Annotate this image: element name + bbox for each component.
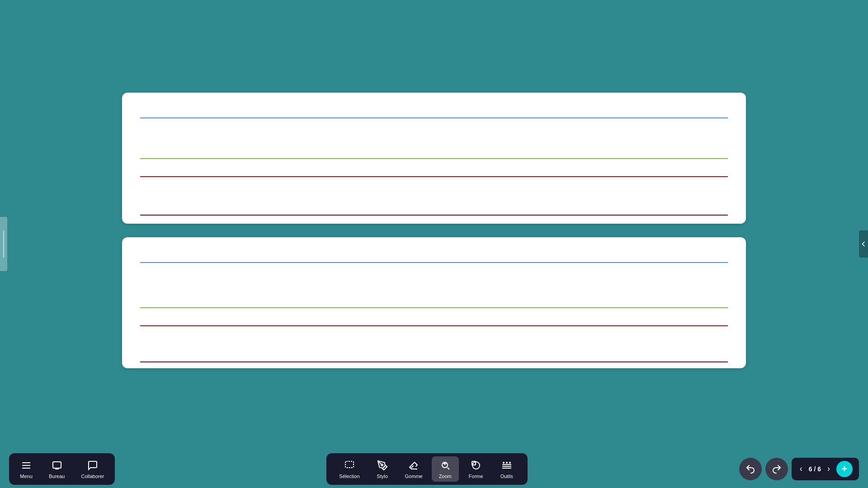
outils-label: Outils <box>500 474 513 479</box>
stylo-tool[interactable]: Stylo <box>369 456 396 482</box>
card1-blue-line <box>140 117 728 118</box>
writing-card-1 <box>122 93 746 224</box>
add-page-button[interactable]: + <box>836 461 853 477</box>
page-navigation: ‹ 6 / 6 › + <box>792 458 859 480</box>
menu-icon <box>20 459 33 472</box>
toolbar-left-group: Menu Bureau Collaborer <box>9 453 115 485</box>
svg-point-10 <box>503 462 504 463</box>
prev-page-button[interactable]: ‹ <box>798 462 804 475</box>
bureau-tool[interactable]: Bureau <box>45 457 68 481</box>
undo-icon <box>745 464 756 474</box>
card2-red1-line <box>140 325 728 326</box>
svg-rect-6 <box>345 461 354 468</box>
redo-button[interactable] <box>765 458 788 480</box>
bureau-label: Bureau <box>49 474 65 479</box>
eraser-icon <box>407 459 420 472</box>
shape-icon <box>470 459 482 472</box>
card1-green-line <box>140 158 728 159</box>
card2-green-line <box>140 307 728 308</box>
tools-icon <box>500 459 513 472</box>
pen-icon <box>376 459 389 472</box>
toolbar-center-group: Sélection Stylo Gomme <box>326 453 527 485</box>
card1-red2-line <box>140 215 728 216</box>
card2-blue-line <box>140 262 728 263</box>
next-page-button[interactable]: › <box>826 462 832 475</box>
writing-card-2 <box>122 237 746 368</box>
gomme-label: Gomme <box>405 474 423 479</box>
svg-point-12 <box>509 462 510 463</box>
svg-point-7 <box>381 464 383 466</box>
selection-icon <box>343 459 356 472</box>
svg-point-11 <box>506 462 507 463</box>
selection-label: Sélection <box>339 474 359 479</box>
zoom-label: Zoom <box>439 474 452 479</box>
forme-tool[interactable]: Forme <box>462 456 490 482</box>
zoom-icon <box>439 459 452 472</box>
outils-tool[interactable]: Outils <box>493 456 520 482</box>
bottom-toolbar: Menu Bureau Collaborer <box>0 450 868 488</box>
undo-button[interactable] <box>739 458 762 480</box>
forme-label: Forme <box>469 474 483 479</box>
page-indicator: 6 / 6 <box>809 465 821 473</box>
redo-icon <box>771 464 782 474</box>
collaborer-label: Collaborer <box>81 474 104 479</box>
menu-tool[interactable]: Menu <box>16 457 36 481</box>
gomme-tool[interactable]: Gomme <box>400 456 428 482</box>
bureau-icon <box>51 459 63 472</box>
selection-tool[interactable]: Sélection <box>334 456 365 482</box>
canvas-area <box>0 0 868 488</box>
svg-rect-3 <box>53 462 61 468</box>
card1-red1-line <box>140 176 728 177</box>
stylo-label: Stylo <box>377 474 387 479</box>
menu-label: Menu <box>20 474 33 479</box>
collaborer-tool[interactable]: Collaborer <box>77 457 108 481</box>
toolbar-right-controls: ‹ 6 / 6 › + <box>739 458 859 480</box>
card2-red2-line <box>140 361 728 362</box>
zoom-tool[interactable]: Zoom <box>432 456 459 482</box>
collaborer-icon <box>86 459 99 472</box>
